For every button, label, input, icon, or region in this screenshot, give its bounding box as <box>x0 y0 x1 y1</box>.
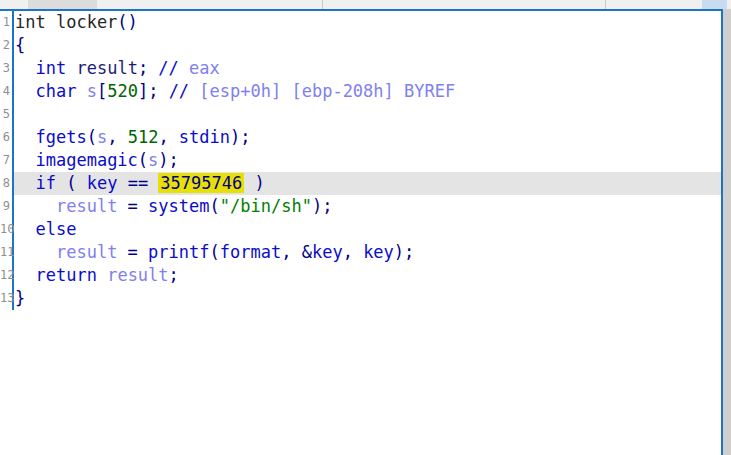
code-token[interactable]: ]; <box>138 81 169 101</box>
code-token[interactable]: char <box>35 81 76 101</box>
code-token[interactable]: s <box>87 81 97 101</box>
code-token[interactable]: format <box>220 242 281 262</box>
code-token <box>15 196 56 216</box>
code-line[interactable]: if ( key == 35795746 ) <box>14 172 721 195</box>
code-token <box>15 219 35 239</box>
right-scrollbar-rail[interactable] <box>723 9 731 455</box>
code-token <box>15 81 35 101</box>
code-token[interactable]: ); <box>394 242 414 262</box>
code-token[interactable]: & <box>302 242 312 262</box>
code-row: 8 if ( key == 35795746 ) <box>0 172 721 195</box>
code-token[interactable]: ( <box>210 196 220 216</box>
code-line[interactable]: int locker() <box>14 11 721 34</box>
code-token[interactable]: key <box>363 242 394 262</box>
code-line[interactable]: imagemagic(s); <box>14 149 721 172</box>
pseudocode-editor[interactable]: 1int locker()2{3 int result; // eax4 cha… <box>0 9 723 455</box>
code-token <box>15 242 56 262</box>
code-token <box>15 173 35 193</box>
code-row: 7 imagemagic(s); <box>0 149 721 172</box>
code-line[interactable] <box>14 103 721 126</box>
code-token[interactable]: ) <box>244 173 264 193</box>
line-number: 7 <box>0 149 14 172</box>
code-token[interactable]: == <box>117 173 158 193</box>
code-token[interactable]: , <box>107 127 127 147</box>
code-line[interactable]: } <box>14 287 721 310</box>
code-row: 9 result = system("/bin/sh"); <box>0 195 721 218</box>
code-line[interactable]: fgets(s, 512, stdin); <box>14 126 721 149</box>
code-token[interactable]: [esp+0h] [ebp-208h] BYREF <box>189 81 455 101</box>
code-token[interactable]: [ <box>97 81 107 101</box>
line-number: 4 <box>0 80 14 103</box>
code-token[interactable]: stdin <box>179 127 230 147</box>
code-token[interactable]: result <box>56 242 117 262</box>
code-row: 4 char s[520]; // [esp+0h] [ebp-208h] BY… <box>0 80 721 103</box>
code-token[interactable]: result <box>76 58 137 78</box>
code-token[interactable]: = <box>117 196 148 216</box>
code-token[interactable]: { <box>15 35 25 55</box>
code-token[interactable]: fgets <box>35 127 86 147</box>
code-token[interactable]: , <box>281 242 301 262</box>
code-row: 6 fgets(s, 512, stdin); <box>0 126 721 149</box>
code-token[interactable]: return <box>35 265 96 285</box>
code-token[interactable]: ( <box>210 242 220 262</box>
code-line[interactable]: else <box>14 218 721 241</box>
code-row: 11 result = printf(format, &key, key); <box>0 241 721 264</box>
code-token[interactable]: imagemagic <box>35 150 137 170</box>
code-token[interactable]: key <box>87 173 118 193</box>
toolbar-tab-remnant <box>28 0 97 9</box>
code-token[interactable]: ); <box>158 150 178 170</box>
scrollbar-chip[interactable] <box>702 0 727 9</box>
code-token[interactable]: } <box>15 288 25 308</box>
code-token[interactable]: ); <box>312 196 332 216</box>
line-number: 12 <box>0 264 14 287</box>
code-line[interactable]: int result; // eax <box>14 57 721 80</box>
code-rows: 1int locker()2{3 int result; // eax4 cha… <box>0 11 721 310</box>
code-token[interactable]: () <box>117 12 137 32</box>
code-token[interactable]: else <box>35 219 76 239</box>
code-token[interactable]: eax <box>179 58 220 78</box>
code-token[interactable]: ; <box>138 58 158 78</box>
code-token[interactable]: int locker <box>15 12 117 32</box>
code-row: 12 return result; <box>0 264 721 287</box>
line-number: 5 <box>0 103 14 126</box>
code-line[interactable]: result = system("/bin/sh"); <box>14 195 721 218</box>
code-token[interactable]: system <box>148 196 209 216</box>
code-token[interactable]: // <box>169 81 189 101</box>
code-line[interactable]: return result; <box>14 264 721 287</box>
code-token[interactable]: printf <box>148 242 209 262</box>
code-token[interactable]: 512 <box>128 127 159 147</box>
code-token[interactable]: "/bin/sh" <box>220 196 312 216</box>
code-row: 3 int result; // eax <box>0 57 721 80</box>
code-row: 2{ <box>0 34 721 57</box>
line-number: 8 <box>0 172 14 195</box>
code-line[interactable]: { <box>14 34 721 57</box>
code-token[interactable]: ; <box>169 265 179 285</box>
code-token[interactable]: result <box>107 265 168 285</box>
line-number: 9 <box>0 195 14 218</box>
line-number: 6 <box>0 126 14 149</box>
code-token <box>97 265 107 285</box>
highlighted-number[interactable]: 35795746 <box>158 173 244 193</box>
toolbar-separator <box>322 0 323 9</box>
code-token[interactable]: ( <box>56 173 87 193</box>
code-token[interactable]: ); <box>230 127 250 147</box>
code-token[interactable]: int <box>35 58 66 78</box>
code-token[interactable]: if <box>35 173 55 193</box>
code-token[interactable]: ( <box>87 127 97 147</box>
code-token[interactable]: // <box>158 58 178 78</box>
code-token[interactable]: result <box>56 196 117 216</box>
code-token[interactable]: , <box>158 127 178 147</box>
code-line[interactable]: result = printf(format, &key, key); <box>14 241 721 264</box>
code-token[interactable]: 520 <box>107 81 138 101</box>
code-row: 13} <box>0 287 721 310</box>
code-token[interactable]: = <box>117 242 148 262</box>
code-token[interactable]: key <box>312 242 343 262</box>
line-number: 3 <box>0 57 14 80</box>
code-token[interactable]: s <box>97 127 107 147</box>
code-line[interactable]: char s[520]; // [esp+0h] [ebp-208h] BYRE… <box>14 80 721 103</box>
code-token[interactable]: s <box>148 150 158 170</box>
code-token[interactable]: , <box>343 242 363 262</box>
code-token[interactable]: ( <box>138 150 148 170</box>
ida-pseudocode-window: 1int locker()2{3 int result; // eax4 cha… <box>0 0 731 455</box>
code-row: 1int locker() <box>0 11 721 34</box>
